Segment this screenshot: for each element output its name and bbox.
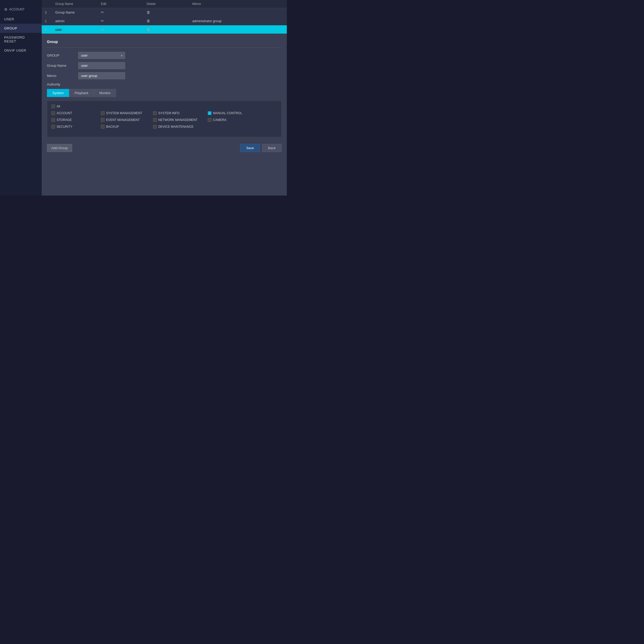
tab-system[interactable]: System	[47, 89, 69, 97]
tabs-row: System Playback Monitor	[47, 89, 282, 97]
sidebar-account-label: ACCOUNT	[9, 8, 25, 11]
perm-item-system-info: SYSTEM INFO	[153, 111, 200, 115]
save-button[interactable]: Save	[240, 144, 260, 152]
perm-item-manual-ctrl: MANUAL CONTROL	[208, 111, 250, 115]
perm-label-system-info: SYSTEM INFO	[158, 111, 179, 115]
group-field-row: GROUP user admin ▼	[47, 52, 282, 59]
table-row-user: 2 user ✏ 🗑	[42, 25, 287, 34]
checkbox-device-maint[interactable]	[153, 125, 157, 129]
add-group-button[interactable]: Add Group	[47, 144, 72, 152]
checkbox-backup[interactable]	[101, 125, 105, 129]
perm-columns: ACCOUNT STORAGE SECURITY	[51, 111, 277, 130]
perm-label-backup: BACKUP	[106, 125, 119, 129]
perm-label-storage: STORAGE	[57, 118, 72, 122]
tab-playback[interactable]: Playback	[69, 89, 94, 97]
perm-item-storage: STORAGE	[51, 118, 93, 122]
perm-label-system-mgmt: SYSTEM MANAGEMENT	[106, 111, 142, 115]
perm-label-event-mgmt: EVENT MANAGEMENT	[106, 118, 140, 122]
sidebar: ⚙ ACCOUNT USER GROUP PASSWORD RESET ONVI…	[0, 0, 42, 196]
dialog-title: Group	[47, 38, 282, 48]
perm-all-row: All	[51, 105, 277, 110]
perm-item-event-mgmt: EVENT MANAGEMENT	[101, 118, 145, 122]
perm-label-device-maint: DEVICE MAINTENANCE	[158, 125, 193, 129]
checkbox-storage[interactable]	[51, 118, 55, 122]
group-select[interactable]: user admin	[78, 52, 125, 59]
group-select-wrapper: user admin ▼	[78, 52, 125, 59]
perm-item-system-mgmt: SYSTEM MANAGEMENT	[101, 111, 145, 115]
row-num-user: 2	[45, 28, 55, 32]
action-buttons: Save Back	[240, 144, 282, 152]
perm-label-manual-ctrl: MANUAL CONTROL	[213, 111, 242, 115]
sidebar-item-user[interactable]: USER	[0, 15, 42, 24]
perm-col-4: MANUAL CONTROL CAMERA	[208, 111, 255, 130]
back-button[interactable]: Back	[262, 144, 282, 152]
tab-monitor[interactable]: Monitor	[94, 89, 116, 97]
permissions-box: All ACCOUNT STORAGE	[47, 101, 282, 137]
delete-icon-user[interactable]: 🗑	[147, 27, 192, 32]
col-group-name: Group Name	[55, 2, 101, 6]
perm-item-all: All	[51, 105, 93, 108]
table-header-row: Group Name Edit Delete Memo	[42, 0, 287, 8]
perm-item-network-mgmt: NETWORK MANAGEMENT	[153, 118, 200, 122]
memo-input[interactable]	[78, 72, 125, 79]
checkbox-security[interactable]	[51, 125, 55, 129]
gear-icon: ⚙	[4, 7, 8, 11]
col-num	[45, 2, 55, 6]
perm-label-camera: CAMERA	[213, 118, 226, 122]
sidebar-item-onvif-user[interactable]: ONVIF USER	[0, 46, 42, 55]
authority-label: Authority	[47, 82, 282, 86]
perm-col-2: SYSTEM MANAGEMENT EVENT MANAGEMENT BACKU…	[101, 111, 150, 130]
sidebar-header: ⚙ ACCOUNT	[0, 5, 42, 15]
delete-icon-admin[interactable]: 🗑	[147, 19, 192, 23]
checkbox-system-info[interactable]	[153, 111, 157, 115]
row-name-user: user	[55, 28, 101, 32]
group-name-label: Group Name	[47, 64, 78, 68]
perm-item-account: ACCOUNT	[51, 111, 93, 115]
perm-label-all: All	[57, 105, 60, 108]
checkbox-manual-ctrl[interactable]	[208, 111, 211, 115]
sidebar-item-group[interactable]: GROUP	[0, 24, 42, 33]
checkbox-all[interactable]	[51, 105, 55, 108]
row-name-header: Group Name	[55, 10, 101, 14]
group-dialog: Group GROUP user admin ▼ Group Name	[42, 34, 287, 196]
table-row: 2 Group Name ✏ 🗑	[42, 8, 287, 17]
checkbox-account[interactable]	[51, 111, 55, 115]
perm-item-camera: CAMERA	[208, 118, 250, 122]
edit-icon-row1[interactable]: ✏	[101, 10, 147, 14]
perm-item-backup: BACKUP	[101, 125, 145, 129]
edit-icon-admin[interactable]: ✏	[101, 19, 147, 23]
perm-label-account: ACCOUNT	[57, 111, 72, 115]
row-name-admin: admin	[55, 19, 101, 23]
table-row-admin: 1 admin ✏ 🗑 administrator group	[42, 17, 287, 25]
col-edit: Edit	[101, 2, 147, 6]
perm-col-3: SYSTEM INFO NETWORK MANAGEMENT DEVICE MA…	[153, 111, 205, 130]
group-name-input[interactable]	[78, 62, 125, 69]
row-memo-admin: administrator group	[192, 19, 284, 23]
row-num-2: 2	[45, 10, 55, 14]
checkbox-network-mgmt[interactable]	[153, 118, 157, 122]
sidebar-item-password-reset[interactable]: PASSWORD RESET	[0, 33, 42, 46]
group-name-field-row: Group Name	[47, 62, 282, 69]
delete-icon-row1[interactable]: 🗑	[147, 10, 192, 14]
dialog-footer: Add Group Save Back	[47, 141, 282, 152]
perm-item-security: SECURITY	[51, 125, 93, 129]
memo-field-row: Memo	[47, 72, 282, 79]
checkbox-event-mgmt[interactable]	[101, 118, 105, 122]
perm-item-device-maint: DEVICE MAINTENANCE	[153, 125, 200, 129]
perm-col-1: ACCOUNT STORAGE SECURITY	[51, 111, 98, 130]
perm-label-security: SECURITY	[57, 125, 72, 129]
edit-icon-user[interactable]: ✏	[101, 27, 147, 32]
col-delete: Delete	[147, 2, 192, 6]
checkbox-system-mgmt[interactable]	[101, 111, 105, 115]
perm-label-network-mgmt: NETWORK MANAGEMENT	[158, 118, 198, 122]
checkbox-camera[interactable]	[208, 118, 211, 122]
col-memo: Memo	[192, 2, 284, 6]
group-table: Group Name Edit Delete Memo 2 Group Name…	[42, 0, 287, 34]
group-field-label: GROUP	[47, 53, 78, 57]
row-num-1: 1	[45, 19, 55, 23]
main-content: Group Name Edit Delete Memo 2 Group Name…	[42, 0, 287, 196]
memo-label: Memo	[47, 74, 78, 78]
